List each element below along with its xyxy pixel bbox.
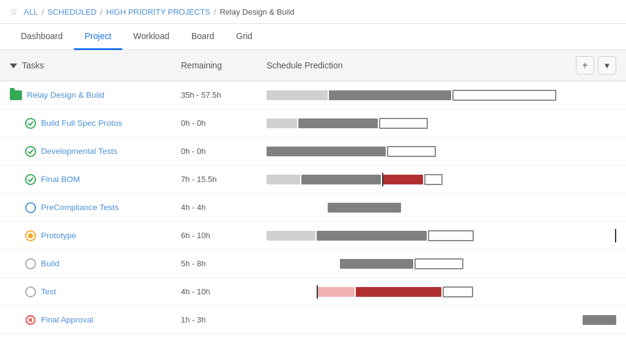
- table-row: ⠿ Final BOM 7h - 15.5h: [0, 166, 626, 194]
- tasks-label: Tasks: [22, 60, 44, 70]
- task-name-cell: ⠿ Build Full Spec Protos: [10, 118, 181, 129]
- schedule-cell: [267, 257, 616, 271]
- col-tasks-header: Tasks: [10, 60, 181, 70]
- breadcrumb-all[interactable]: ALL: [24, 7, 38, 16]
- task-name-cell: ⠿ Final Approval: [10, 315, 181, 326]
- remaining-cell: 5h - 8h: [181, 259, 267, 268]
- status-icon-blue: [25, 202, 36, 213]
- status-icon-green: [25, 146, 36, 157]
- table-row: ⠿ Build Full Spec Protos 0h - 0h: [0, 109, 626, 137]
- nav-tabs: Dashboard Project Workload Board Grid: [0, 24, 626, 50]
- breadcrumb-high-priority[interactable]: HIGH PRIORITY PROJECTS: [106, 7, 210, 16]
- breadcrumb-current: Relay Design & Build: [219, 7, 294, 16]
- schedule-cell: [267, 229, 616, 242]
- add-button[interactable]: +: [576, 56, 594, 75]
- status-icon-gray: [25, 258, 36, 269]
- schedule-cell: [267, 117, 616, 130]
- status-icon-gray: [25, 286, 36, 297]
- task-link[interactable]: Relay Design & Build: [27, 90, 105, 100]
- tab-project[interactable]: Project: [74, 24, 123, 50]
- breadcrumb-scheduled[interactable]: SCHEDULED: [48, 7, 97, 16]
- task-name-cell: ⠿ Prototype: [10, 230, 181, 241]
- task-link[interactable]: Test: [41, 287, 56, 296]
- table-row: ⠿ Test 4h - 10h: [0, 278, 626, 306]
- task-name-cell: ⠿ Build: [10, 258, 181, 269]
- col-schedule-header: Schedule Prediction: [267, 60, 576, 70]
- schedule-cell: [267, 145, 616, 158]
- main-content: Tasks Remaining Schedule Prediction + ▼ …: [0, 50, 626, 334]
- task-link[interactable]: PreCompliance Tests: [41, 203, 119, 212]
- remaining-cell: 4h - 4h: [181, 203, 267, 212]
- header-actions: + ▼: [576, 56, 616, 75]
- task-link[interactable]: Final Approval: [41, 315, 94, 324]
- tab-grid[interactable]: Grid: [225, 24, 263, 50]
- remaining-cell: 35h - 57.5h: [181, 90, 267, 100]
- tab-dashboard[interactable]: Dashboard: [10, 24, 74, 50]
- svg-point-1: [29, 318, 32, 322]
- status-icon-green: [25, 118, 36, 129]
- task-link[interactable]: Build: [41, 259, 59, 268]
- table-row: Relay Design & Build 35h - 57.5h: [0, 81, 626, 109]
- schedule-cell: [267, 285, 616, 299]
- table-row: ⠿ Prototype 6h - 10h: [0, 222, 626, 250]
- status-icon-orange: [25, 230, 36, 241]
- task-name-cell: ⠿ PreCompliance Tests: [10, 202, 181, 213]
- remaining-cell: 1h - 3h: [181, 315, 267, 324]
- table-header: Tasks Remaining Schedule Prediction + ▼: [0, 50, 626, 81]
- tab-workload[interactable]: Workload: [122, 24, 180, 50]
- breadcrumb: ☆ ALL / SCHEDULED / HIGH PRIORITY PROJEC…: [0, 0, 626, 24]
- table-row: ⠿ Build 5h - 8h: [0, 250, 626, 278]
- table-row: ⠿ Developmental Tests 0h - 0h: [0, 137, 626, 166]
- task-link[interactable]: Prototype: [41, 231, 76, 240]
- filter-button[interactable]: ▼: [598, 56, 616, 75]
- task-name-cell: Relay Design & Build: [10, 90, 181, 100]
- remaining-cell: 0h - 0h: [181, 118, 267, 128]
- star-icon[interactable]: ☆: [10, 6, 18, 17]
- remaining-cell: 7h - 15.5h: [181, 175, 267, 184]
- remaining-cell: 4h - 10h: [181, 287, 267, 296]
- tasks-chevron[interactable]: [10, 60, 17, 70]
- remaining-cell: 6h - 10h: [181, 231, 267, 240]
- schedule-cell: [267, 313, 616, 327]
- folder-icon: [10, 90, 22, 100]
- schedule-cell: [267, 201, 616, 214]
- col-remaining-header: Remaining: [181, 60, 267, 70]
- remaining-cell: 0h - 0h: [181, 147, 267, 156]
- task-name-cell: ⠿ Developmental Tests: [10, 146, 181, 157]
- schedule-cell: [267, 173, 616, 186]
- status-icon-green: [25, 174, 36, 185]
- table-row: ⠿ Final Approval 1h - 3h: [0, 306, 626, 334]
- task-link[interactable]: Developmental Tests: [41, 147, 117, 156]
- task-link[interactable]: Final BOM: [41, 175, 80, 184]
- task-link[interactable]: Build Full Spec Protos: [41, 118, 122, 128]
- task-name-cell: ⠿ Test: [10, 286, 181, 297]
- schedule-cell: [267, 89, 616, 102]
- status-icon-donut: [25, 315, 36, 326]
- tab-board[interactable]: Board: [180, 24, 225, 50]
- table-row: ⠿ PreCompliance Tests 4h - 4h: [0, 194, 626, 222]
- task-name-cell: ⠿ Final BOM: [10, 174, 181, 185]
